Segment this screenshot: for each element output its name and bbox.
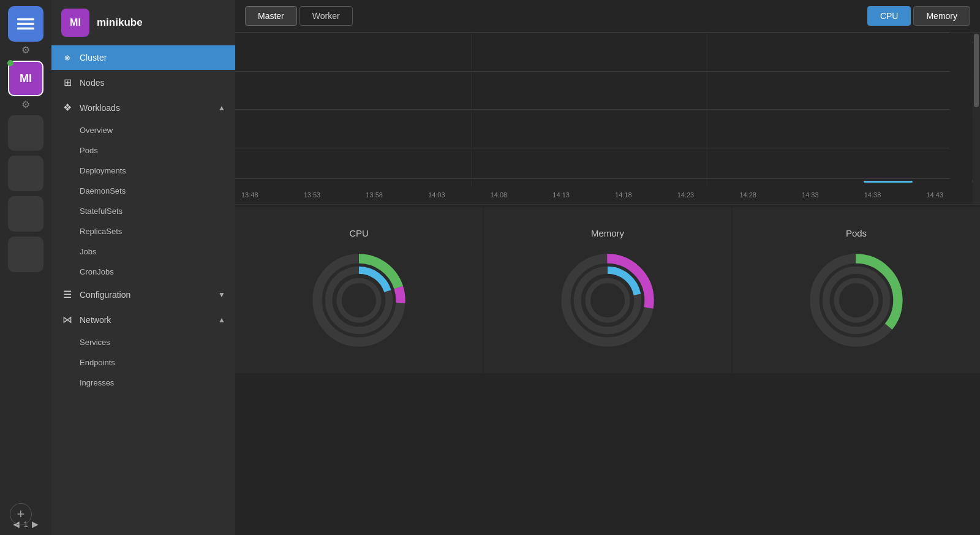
top-bar: Master Worker CPU Memory [235, 0, 980, 32]
metric-card-cpu: CPU [235, 207, 483, 373]
grid-line-3 [235, 71, 949, 72]
x-label-3: 14:03 [428, 191, 445, 199]
sidebar-label-statefulsets: StatefulSets [80, 207, 123, 216]
scrollbar-thumb[interactable] [974, 34, 979, 107]
chart-x-labels: 13:48 13:53 13:58 14:03 14:08 14:13 14:1… [235, 186, 949, 204]
x-label-11: 14:43 [926, 191, 943, 199]
chart-scrollbar[interactable] [973, 32, 980, 204]
sidebar-label-overview: Overview [80, 126, 113, 135]
x-label-9: 14:33 [802, 191, 819, 199]
svg-rect-2 [17, 28, 34, 30]
time-series-chart: 13:48 13:53 13:58 14:03 14:08 14:13 14:1… [235, 32, 980, 204]
tab-master[interactable]: Master [245, 6, 297, 26]
sidebar-label-replicasets: ReplicaSets [80, 227, 122, 236]
memory-donut-svg [556, 248, 660, 352]
cluster-slot-4[interactable] [8, 237, 43, 272]
sidebar-item-pods[interactable]: Pods [51, 140, 235, 161]
sidebar-item-replicasets[interactable]: ReplicaSets [51, 221, 235, 241]
metric-buttons: CPU Memory [867, 6, 970, 26]
sidebar-item-daemonsets[interactable]: DaemonSets [51, 181, 235, 201]
sidebar: MI minikube ⎈ Cluster ⊞ Nodes ❖ Workload… [51, 0, 235, 535]
chart-inner: 13:48 13:53 13:58 14:03 14:08 14:13 14:1… [235, 32, 949, 204]
sidebar-item-workloads[interactable]: ❖ Workloads ▲ [51, 95, 235, 120]
network-icon: ⋈ [61, 314, 74, 325]
sidebar-label-endpoints: Endpoints [80, 358, 115, 367]
cluster-avatar-active[interactable]: MI [8, 61, 43, 96]
svg-point-5 [339, 281, 379, 321]
grid-line-4 [235, 32, 949, 33]
sidebar-item-services[interactable]: Services [51, 332, 235, 352]
cluster-slot-1[interactable] [8, 115, 43, 151]
chart-line-blue [864, 181, 913, 183]
metric-card-cpu-title: CPU [349, 228, 369, 238]
sidebar-label-services: Services [80, 338, 110, 347]
sidebar-cluster-name: minikube [97, 17, 143, 29]
sidebar-item-deployments[interactable]: Deployments [51, 161, 235, 181]
cpu-donut-svg [307, 248, 411, 352]
svg-point-11 [588, 281, 628, 321]
x-label-0: 13:48 [241, 191, 258, 199]
metric-btn-memory[interactable]: Memory [913, 6, 970, 26]
metric-btn-cpu[interactable]: CPU [867, 6, 911, 26]
svg-rect-0 [17, 18, 34, 21]
chart-grid [235, 32, 949, 186]
cpu-donut-chart [307, 248, 411, 352]
x-label-7: 14:23 [677, 191, 695, 199]
x-label-4: 14:08 [491, 191, 508, 199]
grid-line-2 [235, 109, 949, 110]
configuration-chevron: ▼ [218, 290, 225, 299]
sidebar-avatar: MI [61, 9, 89, 37]
sidebar-item-cluster[interactable]: ⎈ Cluster [51, 45, 235, 70]
sidebar-item-ingresses[interactable]: Ingresses [51, 373, 235, 393]
sidebar-label-jobs: Jobs [80, 247, 96, 256]
sidebar-item-nodes[interactable]: ⊞ Nodes [51, 70, 235, 95]
next-page-button[interactable]: ▶ [32, 519, 39, 529]
sidebar-label-cronjobs: CronJobs [80, 267, 114, 276]
active-dot [7, 60, 13, 66]
svg-rect-1 [17, 23, 34, 25]
sidebar-label-nodes: Nodes [80, 78, 225, 88]
pods-donut-chart [804, 248, 908, 352]
grid-line-1 [235, 148, 949, 148]
sidebar-label-workloads: Workloads [80, 103, 212, 113]
pods-donut-svg [804, 248, 908, 352]
sidebar-label-daemonsets: DaemonSets [80, 186, 126, 195]
workloads-icon: ❖ [61, 102, 74, 113]
app-menu-button[interactable] [8, 6, 43, 42]
cluster-gear-icon[interactable]: ⚙ [21, 44, 30, 56]
icon-bar: ⚙ MI ⚙ ◀ 1 ▶ [0, 0, 51, 535]
sidebar-item-endpoints[interactable]: Endpoints [51, 352, 235, 373]
cluster-icon: ⎈ [61, 52, 74, 63]
sidebar-item-cronjobs[interactable]: CronJobs [51, 262, 235, 282]
memory-donut-chart [556, 248, 660, 352]
sidebar-label-deployments: Deployments [80, 166, 126, 175]
menu-icon [17, 15, 34, 32]
metric-card-memory-title: Memory [591, 228, 624, 238]
sidebar-label-configuration: Configuration [80, 290, 212, 300]
svg-point-16 [837, 281, 876, 321]
avatar-label: MI [20, 72, 32, 85]
metric-card-pods-title: Pods [846, 228, 867, 238]
cluster-slot-3[interactable] [8, 196, 43, 232]
tab-worker[interactable]: Worker [300, 6, 353, 26]
cluster-settings-icon[interactable]: ⚙ [21, 99, 30, 110]
sidebar-label-pods: Pods [80, 146, 98, 155]
chart-divider-2 [707, 32, 707, 186]
x-label-1: 13:53 [304, 191, 321, 199]
sidebar-item-jobs[interactable]: Jobs [51, 241, 235, 262]
sidebar-item-overview[interactable]: Overview [51, 120, 235, 140]
sidebar-item-network[interactable]: ⋈ Network ▲ [51, 307, 235, 332]
grid-line-0 [235, 178, 949, 179]
cluster-slot-2[interactable] [8, 156, 43, 191]
x-label-8: 14:28 [739, 191, 756, 199]
chart-divider-1 [471, 32, 472, 186]
x-label-10: 14:38 [864, 191, 881, 199]
main-content: Master Worker CPU Memory 13:48 13:5 [235, 0, 980, 535]
metric-card-memory: Memory [484, 207, 731, 373]
sidebar-item-statefulsets[interactable]: StatefulSets [51, 201, 235, 221]
node-tabs: Master Worker [245, 6, 353, 26]
sidebar-header: MI minikube [51, 0, 235, 45]
sidebar-label-ingresses: Ingresses [80, 378, 114, 387]
sidebar-label-cluster: Cluster [80, 53, 225, 63]
sidebar-item-configuration[interactable]: ☰ Configuration ▼ [51, 282, 235, 307]
